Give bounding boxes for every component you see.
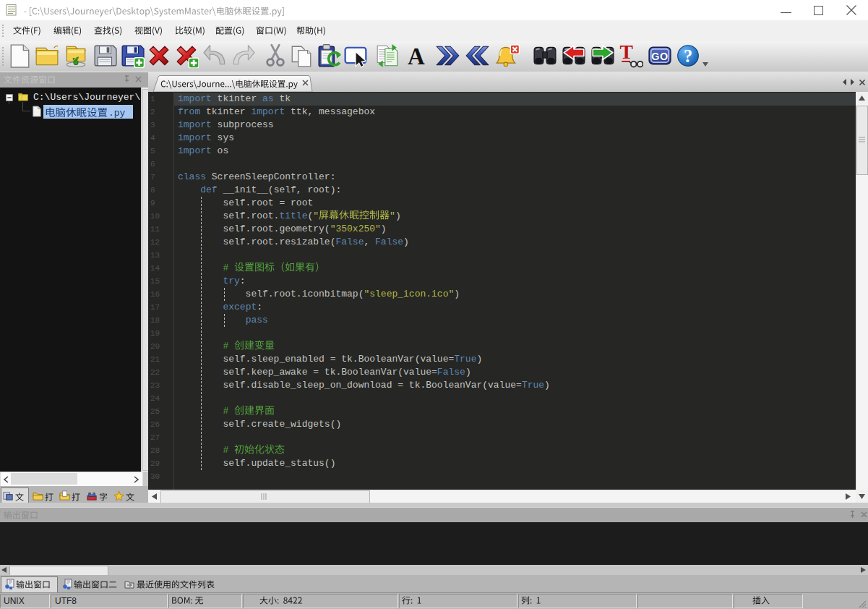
- svg-text:GO: GO: [651, 51, 668, 62]
- svg-text:?: ?: [684, 46, 692, 66]
- svg-text:T: T: [619, 43, 632, 63]
- svg-text:A: A: [408, 43, 425, 68]
